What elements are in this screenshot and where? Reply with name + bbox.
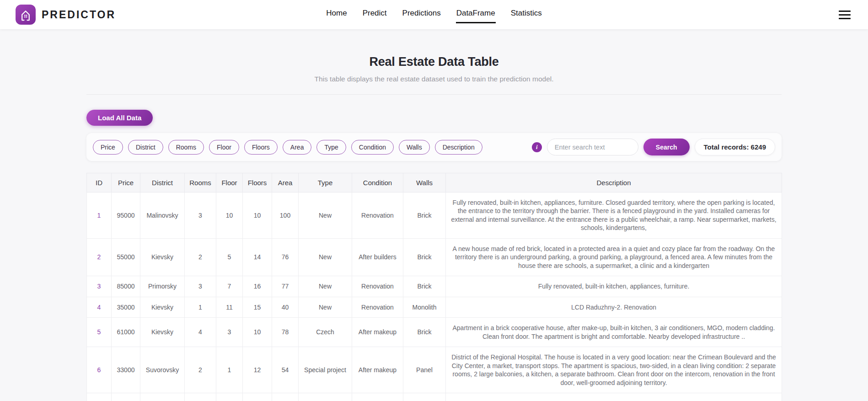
filter-chip-district[interactable]: District <box>128 140 163 155</box>
hamburger-menu-icon[interactable] <box>839 11 851 19</box>
filter-chip-floor[interactable]: Floor <box>209 140 239 155</box>
cell-area: 100 <box>272 192 299 239</box>
cell-walls: Monolith <box>403 297 446 317</box>
row-id-link[interactable]: 1 <box>87 192 112 239</box>
cell-type: Special project <box>299 347 352 393</box>
row-id-link[interactable]: 4 <box>87 297 112 317</box>
search-group: i Search Total records: 6249 <box>532 139 775 155</box>
cell-type: Czech <box>299 318 352 347</box>
filter-chip-type[interactable]: Type <box>316 140 346 155</box>
cell-price: 33000 <box>112 347 140 393</box>
cell-district: Suvorovsky <box>140 347 185 393</box>
cell-rooms: 1 <box>185 297 216 317</box>
cell-description: Apartment in a brick cooperative house, … <box>446 318 782 347</box>
cell-description: A new house made of red brick, located i… <box>446 238 782 276</box>
search-input[interactable] <box>547 139 638 155</box>
column-header-id: ID <box>87 173 112 192</box>
cell-floors: 16 <box>243 276 272 297</box>
cell-price: 55000 <box>112 238 140 276</box>
table-body: 195000Malinovsky31010100NewRenovationBri… <box>87 192 782 401</box>
cell-price: 35000 <box>112 297 140 317</box>
brand-name: PREDICTOR <box>42 9 116 21</box>
cell-floor: 3 <box>216 318 243 347</box>
cell-floors: 12 <box>243 347 272 393</box>
nav-item-predict[interactable]: Predict <box>362 0 387 23</box>
cell-walls: Panel <box>403 347 446 393</box>
cell-rooms: 2 <box>185 238 216 276</box>
column-filter-chips: PriceDistrictRoomsFloorFloorsAreaTypeCon… <box>93 140 482 155</box>
column-header-floors: Floors <box>243 173 272 192</box>
cell-district: Kievsky <box>140 297 185 317</box>
cell-walls: Brick <box>403 238 446 276</box>
cell-description: District of the Regional Hospital. The h… <box>446 347 782 393</box>
cell-area: 40 <box>272 297 299 317</box>
filter-chip-floors[interactable]: Floors <box>244 140 278 155</box>
filter-chip-walls[interactable]: Walls <box>399 140 430 155</box>
table-header-row: IDPriceDistrictRoomsFloorFloorsAreaTypeC… <box>87 173 782 192</box>
cell-rooms: 3 <box>185 276 216 297</box>
nav-item-dataframe[interactable]: DataFrame <box>456 0 496 23</box>
table-row: 195000Malinovsky31010100NewRenovationBri… <box>87 192 782 239</box>
cell-district: Kievsky <box>140 238 185 276</box>
table-row: 633000Suvorovsky211254Special projectAft… <box>87 347 782 393</box>
filter-chip-rooms[interactable]: Rooms <box>168 140 204 155</box>
cell-floor: 5 <box>216 238 243 276</box>
cell-floor: 11 <box>216 297 243 317</box>
column-header-district: District <box>140 173 185 192</box>
column-header-description: Description <box>446 173 782 192</box>
cell-floors: 14 <box>243 238 272 276</box>
nav-item-predictions[interactable]: Predictions <box>402 0 441 23</box>
nav-item-statistics[interactable]: Statistics <box>510 0 542 23</box>
cell-price: 95000 <box>112 192 140 239</box>
house-icon <box>16 5 36 25</box>
cell-condition: After makeup <box>352 347 403 393</box>
cell-price: 85000 <box>112 276 140 297</box>
cell-area: 54 <box>272 347 299 393</box>
cell-walls: Brick <box>403 276 446 297</box>
brand-logo[interactable]: PREDICTOR <box>16 0 116 29</box>
cell-floor: 7 <box>216 276 243 297</box>
page-subtitle: This table displays the real estate data… <box>86 75 782 83</box>
cell-condition: Renovation <box>352 297 403 317</box>
cell-area: 78 <box>272 318 299 347</box>
cell-walls: Brick <box>403 318 446 347</box>
cell-district: Primorsky <box>140 276 185 297</box>
main-nav: HomePredictPredictionsDataFrameStatistic… <box>326 0 542 29</box>
cell-description: LCD Raduzhny-2. Renovation <box>446 297 782 317</box>
real-estate-table: IDPriceDistrictRoomsFloorFloorsAreaTypeC… <box>86 173 782 401</box>
total-records-badge: Total records: 6249 <box>695 139 775 155</box>
cell-area: 77 <box>272 276 299 297</box>
filter-chip-condition[interactable]: Condition <box>351 140 394 155</box>
cell-floor: 1 <box>216 347 243 393</box>
cell-price: 61000 <box>112 318 140 347</box>
nav-item-home[interactable]: Home <box>326 0 347 23</box>
cell-floors: 10 <box>243 192 272 239</box>
cell-district: Kievsky <box>140 318 185 347</box>
filter-chip-description[interactable]: Description <box>435 140 482 155</box>
cell-district: Malinovsky <box>140 192 185 239</box>
info-icon[interactable]: i <box>532 142 542 152</box>
cell-description: Fully renovated, built-in kitchen, appli… <box>446 192 782 239</box>
filter-bar: PriceDistrictRoomsFloorFloorsAreaTypeCon… <box>86 133 782 161</box>
row-id-link[interactable]: 5 <box>87 318 112 347</box>
cell-floors: 15 <box>243 297 272 317</box>
section-divider <box>86 94 782 95</box>
search-button[interactable]: Search <box>643 139 690 155</box>
cell-description: Fully renovated, built-in kitchen, appli… <box>446 276 782 297</box>
filter-chip-area[interactable]: Area <box>283 140 312 155</box>
filter-chip-price[interactable]: Price <box>93 140 123 155</box>
column-header-condition: Condition <box>352 173 403 192</box>
row-id-link[interactable]: 3 <box>87 276 112 297</box>
cell-condition: Renovation <box>352 276 403 297</box>
page-title: Real Estate Data Table <box>86 55 782 69</box>
cell-condition: Renovation <box>352 192 403 239</box>
table-row: 561000Kievsky431078CzechAfter makeupBric… <box>87 318 782 347</box>
load-all-data-button[interactable]: Load All Data <box>86 110 153 126</box>
column-header-price: Price <box>112 173 140 192</box>
navbar: PREDICTOR HomePredictPredictionsDataFram… <box>0 0 868 29</box>
row-id-link[interactable]: 6 <box>87 347 112 393</box>
row-id-link[interactable]: 2 <box>87 238 112 276</box>
table-row: 435000Kievsky1111540NewRenovationMonolit… <box>87 297 782 317</box>
table-row-partial <box>87 393 782 401</box>
cell-floor: 10 <box>216 192 243 239</box>
